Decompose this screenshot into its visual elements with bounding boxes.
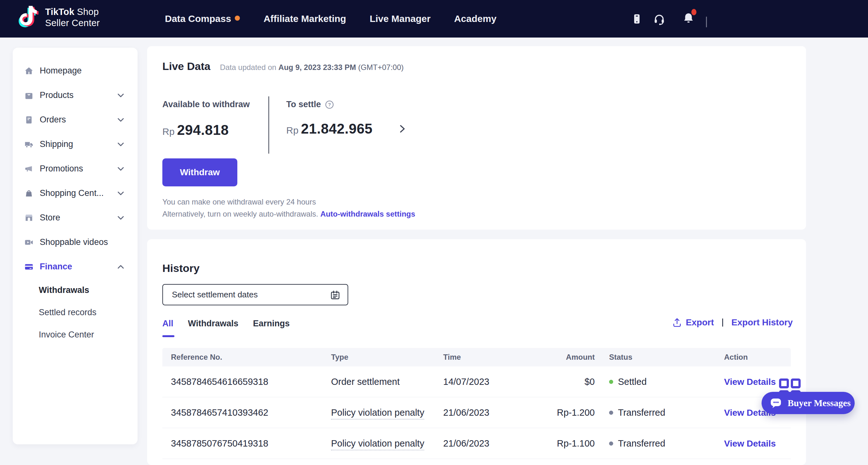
transaction-time: 21/06/2023 xyxy=(435,438,547,449)
transaction-amount: Rp-1.100 xyxy=(547,438,595,449)
sidebar: Homepage Products Orders Shipping xyxy=(13,48,137,444)
nav-data-compass[interactable]: Data Compass xyxy=(165,13,240,24)
sidebar-item-label: Products xyxy=(40,90,117,100)
available-to-withdraw-label: Available to withdraw xyxy=(162,99,250,109)
notifications-bell-icon[interactable] xyxy=(682,12,694,26)
finance-card-icon xyxy=(24,262,34,272)
action-cell: View Details xyxy=(710,438,791,449)
withdraw-button[interactable]: Withdraw xyxy=(162,158,237,186)
data-updated-text: Data updated on Aug 9, 2023 23:33 PM (GM… xyxy=(220,63,403,72)
settlement-date-picker[interactable] xyxy=(162,284,348,305)
transaction-type[interactable]: Policy violation penalty xyxy=(323,438,435,449)
storefront-icon xyxy=(24,213,34,223)
view-details-link[interactable]: View Details xyxy=(724,439,776,448)
stat-divider xyxy=(269,96,269,154)
help-circle-icon[interactable]: ? xyxy=(325,100,334,109)
svg-text:?: ? xyxy=(328,102,331,107)
topbar-divider xyxy=(706,17,707,27)
history-title: History xyxy=(162,262,199,274)
nav-affiliate-marketing[interactable]: Affiliate Marketing xyxy=(264,13,346,24)
chevron-up-icon xyxy=(117,263,125,271)
nav-live-manager[interactable]: Live Manager xyxy=(370,13,431,24)
view-details-link[interactable]: View Details xyxy=(724,377,776,387)
sidebar-subitem-withdrawals[interactable]: Withdrawals xyxy=(13,279,137,301)
history-tabs: All Withdrawals Earnings xyxy=(162,319,290,328)
sidebar-subitem-label: Invoice Center xyxy=(39,330,94,340)
amount-value: 294.818 xyxy=(177,122,229,138)
export-divider xyxy=(722,318,723,327)
mobile-app-icon[interactable] xyxy=(631,13,643,26)
tab-all[interactable]: All xyxy=(162,319,174,328)
chevron-down-icon xyxy=(117,189,125,198)
table-row: 3458784654616659318 Order settlement 14/… xyxy=(162,367,791,397)
nav-academy[interactable]: Academy xyxy=(454,13,496,24)
live-data-title: Live Data xyxy=(162,60,210,72)
reference-number: 3458785076750419318 xyxy=(162,438,323,449)
auto-withdrawals-settings-link[interactable]: Auto-withdrawals settings xyxy=(320,210,415,218)
transaction-type[interactable]: Policy violation penalty xyxy=(323,407,435,418)
history-table: Reference No. Type Time Amount Status Ac… xyxy=(162,348,791,459)
transaction-amount: $0 xyxy=(547,377,595,387)
calendar-icon[interactable] xyxy=(330,290,341,300)
sidebar-item-products[interactable]: Products xyxy=(13,83,137,108)
export-actions: Export Export History xyxy=(672,317,793,328)
tiktok-shop-logo[interactable]: TikTok Shop Seller Center xyxy=(18,4,100,31)
chevron-right-icon[interactable] xyxy=(398,124,407,134)
column-header-type: Type xyxy=(323,353,435,361)
sidebar-item-shipping[interactable]: Shipping xyxy=(13,132,137,156)
live-data-card: Live Data Data updated on Aug 9, 2023 23… xyxy=(147,46,806,230)
tab-withdrawals[interactable]: Withdrawals xyxy=(188,319,239,328)
shipping-truck-icon xyxy=(24,139,34,149)
to-settle-stat: To settle ? Rp 21.842.965 xyxy=(286,99,407,137)
sidebar-subitem-label: Settled records xyxy=(39,308,97,317)
column-header-action: Action xyxy=(710,353,791,361)
sidebar-item-label: Homepage xyxy=(40,66,125,76)
chevron-down-icon xyxy=(117,91,125,99)
transaction-type: Order settlement xyxy=(323,377,435,387)
topbar: TikTok Shop Seller Center Data Compass A… xyxy=(0,0,868,37)
transaction-status: Transferred xyxy=(595,407,710,418)
reference-number: 3458784657410393462 xyxy=(162,407,323,418)
amount-value: 21.842.965 xyxy=(301,121,372,137)
buyer-messages-button[interactable]: Buyer Messages xyxy=(762,392,855,414)
transaction-status: Settled xyxy=(595,377,710,387)
sidebar-item-store[interactable]: Store xyxy=(13,205,137,230)
to-settle-value: Rp 21.842.965 xyxy=(286,121,407,137)
sidebar-item-label: Promotions xyxy=(40,164,117,174)
currency-prefix: Rp xyxy=(286,125,298,136)
sidebar-item-label: Shipping xyxy=(40,139,117,149)
column-header-amount: Amount xyxy=(547,353,595,361)
sidebar-item-promotions[interactable]: Promotions xyxy=(13,156,137,181)
transaction-time: 21/06/2023 xyxy=(435,407,547,418)
status-dot xyxy=(609,411,613,415)
tiktok-note-icon xyxy=(18,4,41,31)
grid-square xyxy=(791,378,801,388)
active-tab-underline xyxy=(162,335,175,337)
chevron-down-icon xyxy=(117,214,125,222)
chevron-down-icon xyxy=(117,116,125,124)
sidebar-item-shoppable-videos[interactable]: Shoppable videos xyxy=(13,230,137,255)
status-dot xyxy=(609,441,613,445)
sidebar-item-orders[interactable]: Orders xyxy=(13,108,137,132)
reference-number: 3458784654616659318 xyxy=(162,377,323,387)
live-data-header: Live Data Data updated on Aug 9, 2023 23… xyxy=(162,60,404,72)
finance-submenu: Withdrawals Settled records Invoice Cent… xyxy=(13,279,137,346)
sidebar-item-label: Finance xyxy=(40,262,117,272)
status-dot xyxy=(609,380,613,384)
export-button[interactable]: Export xyxy=(672,317,714,328)
video-camera-icon xyxy=(24,237,34,248)
support-headset-icon[interactable] xyxy=(653,13,665,27)
settlement-date-input[interactable] xyxy=(163,285,348,305)
nav-label: Academy xyxy=(454,13,496,24)
orders-document-icon xyxy=(24,115,34,125)
sidebar-item-finance[interactable]: Finance xyxy=(13,255,137,279)
sidebar-subitem-invoice-center[interactable]: Invoice Center xyxy=(13,323,137,346)
export-history-button[interactable]: Export History xyxy=(732,317,793,328)
tab-earnings[interactable]: Earnings xyxy=(253,319,290,328)
sidebar-item-shopping-center[interactable]: Shopping Cent... xyxy=(13,181,137,205)
product-bag-icon xyxy=(24,90,34,100)
sidebar-item-homepage[interactable]: Homepage xyxy=(13,59,137,83)
sidebar-item-label: Store xyxy=(40,213,117,223)
sidebar-subitem-settled-records[interactable]: Settled records xyxy=(13,301,137,323)
action-cell: View Details xyxy=(710,377,791,387)
